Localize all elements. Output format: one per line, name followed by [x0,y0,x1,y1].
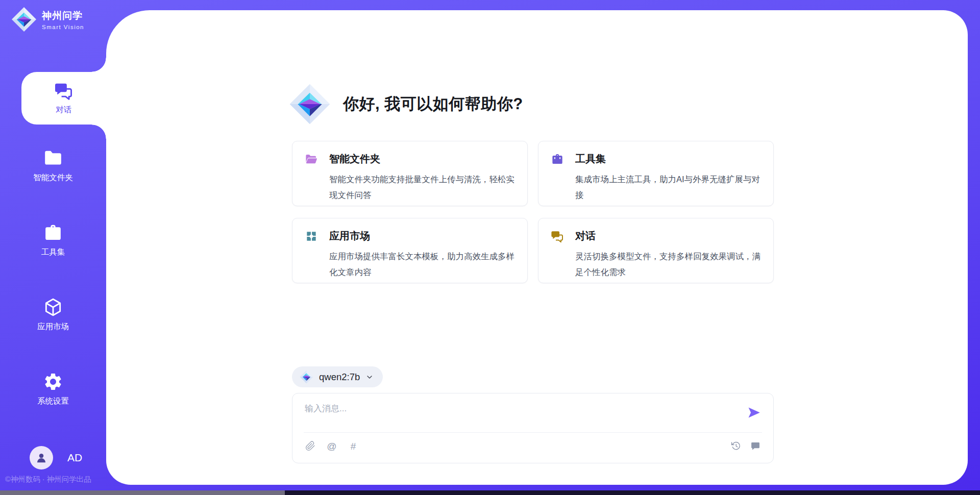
card-chat[interactable]: 对话 灵活切换多模型文件，支持多样回复效果调试，满足个性化需求 [538,218,774,283]
sidebar-item-system-settings[interactable]: 系统设置 [0,372,106,407]
chevron-down-icon [365,373,374,381]
sidebar-item-label: 智能文件夹 [33,172,73,183]
card-description: 灵活切换多模型文件，支持多样回复效果调试，满足个性化需求 [575,249,761,280]
app-logo: 神州问学 Smart Vision [11,7,84,32]
new-chat-button[interactable] [750,440,761,452]
greeting-block: 你好, 我可以如何帮助你? [289,83,523,125]
user-menu[interactable]: AD [30,446,82,469]
card-smart-folder[interactable]: 智能文件夹 智能文件夹功能支持批量文件上传与清洗，轻松实现文件问答 [292,141,528,206]
card-title: 应用市场 [329,229,370,243]
main-panel: 你好, 我可以如何帮助你? 智能文件夹 智能文件夹功能支持批量文件上传与清洗，轻… [106,10,968,485]
card-description: 智能文件夹功能支持批量文件上传与清洗，轻松实现文件问答 [329,171,515,203]
send-button[interactable] [747,406,761,419]
history-button[interactable] [730,440,742,452]
cube-icon [43,297,63,317]
copyright-text: ©神州数码 · 神州问学出品 [5,475,91,484]
model-selector[interactable]: qwen2:7b [292,366,383,387]
avatar [30,446,53,469]
composer-divider [304,432,762,433]
folder-icon [43,148,63,168]
sidebar-item-label: 对话 [56,105,72,115]
sidebar-item-chat[interactable]: 对话 [21,72,106,125]
greeting-text: 你好, 我可以如何帮助你? [343,93,523,115]
model-diamond-icon [300,370,313,384]
gear-icon [43,372,63,392]
chat-bubbles-icon [551,230,564,243]
sidebar-item-app-market[interactable]: 应用市场 [0,297,106,332]
attach-file-button[interactable] [305,440,316,452]
feature-cards: 智能文件夹 智能文件夹功能支持批量文件上传与清洗，轻松实现文件问答 工具集 集成… [292,141,774,283]
sidebar-item-label: 应用市场 [37,321,69,332]
composer-tools-left: @ # [305,440,359,452]
user-initials: AD [67,452,82,464]
history-icon [731,441,741,451]
topic-button[interactable]: # [348,440,359,452]
message-input[interactable] [305,401,713,417]
hash-icon: # [351,441,356,451]
scrollbar-thumb[interactable] [0,490,285,495]
paperclip-icon [305,441,315,451]
card-description: 集成市场上主流工具，助力AI与外界无缝扩展与对接 [575,171,761,203]
model-name: qwen2:7b [319,372,360,383]
app-subtitle: Smart Vision [42,24,84,30]
sidebar-item-smart-folder[interactable]: 智能文件夹 [0,148,106,183]
message-composer: @ # [292,393,774,463]
app-name: 神州问学 [42,9,84,22]
chat-bubbles-icon [54,81,74,101]
briefcase-icon [43,222,63,243]
app-grid-icon [305,230,318,243]
mention-button[interactable]: @ [326,440,337,452]
briefcase-icon [551,153,564,166]
person-icon [35,451,48,464]
sidebar-item-label: 系统设置 [37,396,69,407]
assistant-diamond-icon [289,83,331,125]
sidebar: 神州问学 Smart Vision 对话 智能文件夹 工具集 应用市场 系统设置… [0,0,106,495]
card-description: 应用市场提供丰富长文本模板，助力高效生成多样化文章内容 [329,249,515,280]
sidebar-item-toolset[interactable]: 工具集 [0,222,106,258]
card-app-market[interactable]: 应用市场 应用市场提供丰富长文本模板，助力高效生成多样化文章内容 [292,218,528,283]
sidebar-item-label: 工具集 [41,247,65,258]
folder-open-icon [305,153,318,166]
card-title: 工具集 [575,152,606,166]
composer-tools-right [730,440,761,452]
card-title: 智能文件夹 [329,152,380,166]
send-icon [747,406,761,419]
chat-bubble-icon [750,441,761,451]
horizontal-scrollbar[interactable] [0,490,980,495]
card-toolset[interactable]: 工具集 集成市场上主流工具，助力AI与外界无缝扩展与对接 [538,141,774,206]
brand-diamond-icon [11,7,37,32]
at-icon: @ [327,441,336,451]
card-title: 对话 [575,229,596,243]
